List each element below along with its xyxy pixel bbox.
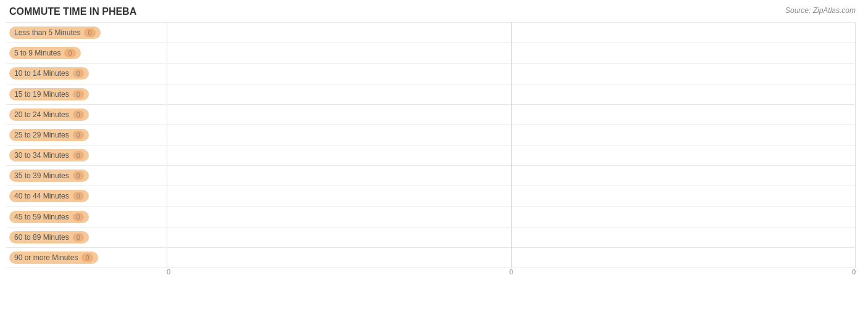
- bar-label: 90 or more Minutes 0: [9, 251, 98, 264]
- bar-label: 25 to 29 Minutes 0: [9, 129, 89, 141]
- table-row: 40 to 44 Minutes 0: [6, 186, 856, 206]
- bar-label: 30 to 34 Minutes 0: [9, 149, 89, 162]
- table-row: 25 to 29 Minutes 0: [6, 125, 856, 145]
- bar-label-area: 10 to 14 Minutes 0: [6, 67, 167, 80]
- bar-value-badge: 0: [73, 192, 84, 200]
- bar-value-badge: 0: [73, 213, 84, 221]
- bar-label-area: 20 to 24 Minutes 0: [6, 108, 167, 121]
- label-text: 25 to 29 Minutes: [14, 131, 69, 139]
- table-row: 15 to 19 Minutes 0: [6, 84, 856, 105]
- bar-chart-area: [167, 28, 856, 38]
- bar-label: Less than 5 Minutes 0: [9, 27, 101, 39]
- bar-label: 40 to 44 Minutes 0: [9, 190, 89, 202]
- bar-label: 45 to 59 Minutes 0: [9, 211, 89, 223]
- rows-container: Less than 5 Minutes 0 5 to 9 Minutes 0 1: [6, 22, 856, 268]
- label-text: 45 to 59 Minutes: [14, 213, 69, 221]
- chart-area: Less than 5 Minutes 0 5 to 9 Minutes 0 1: [6, 22, 856, 284]
- table-row: Less than 5 Minutes 0: [6, 22, 856, 43]
- bar-value-badge: 0: [81, 253, 93, 262]
- label-text: 20 to 24 Minutes: [14, 110, 69, 119]
- label-text: 5 to 9 Minutes: [14, 49, 61, 57]
- label-text: 15 to 19 Minutes: [14, 90, 69, 99]
- bar-chart-area: [167, 212, 856, 222]
- bar-chart-area: [167, 48, 856, 58]
- bar-label: 20 to 24 Minutes 0: [9, 108, 89, 121]
- label-text: 35 to 39 Minutes: [14, 171, 69, 180]
- chart-title: COMMUTE TIME IN PHEBA: [6, 6, 856, 17]
- bar-chart-area: [167, 171, 856, 181]
- x-axis: 000: [167, 268, 856, 284]
- bar-value-badge: 0: [73, 151, 84, 160]
- bar-label-area: 90 or more Minutes 0: [6, 251, 167, 264]
- bar-chart-area: [167, 130, 856, 140]
- bar-label-area: 25 to 29 Minutes 0: [6, 129, 167, 141]
- label-text: 10 to 14 Minutes: [14, 69, 69, 78]
- bar-label: 15 to 19 Minutes 0: [9, 88, 89, 100]
- bar-label-area: 45 to 59 Minutes 0: [6, 211, 167, 223]
- bar-value-badge: 0: [73, 233, 84, 242]
- source-label: Source: ZipAtlas.com: [785, 6, 856, 15]
- bar-chart-area: [167, 150, 856, 160]
- table-row: 60 to 89 Minutes 0: [6, 227, 856, 248]
- bar-value-badge: 0: [64, 49, 75, 57]
- chart-container: COMMUTE TIME IN PHEBA Source: ZipAtlas.c…: [0, 0, 868, 323]
- bar-chart-area: [167, 191, 856, 201]
- bar-chart-area: [167, 232, 856, 242]
- bar-chart-area: [167, 110, 856, 120]
- bar-label: 10 to 14 Minutes 0: [9, 67, 89, 80]
- table-row: 10 to 14 Minutes 0: [6, 63, 856, 84]
- table-row: 35 to 39 Minutes 0: [6, 166, 856, 186]
- table-row: 5 to 9 Minutes 0: [6, 43, 856, 63]
- bar-label: 35 to 39 Minutes 0: [9, 170, 89, 182]
- bar-label-area: Less than 5 Minutes 0: [6, 27, 167, 39]
- bar-chart-area: [167, 253, 856, 263]
- label-text: 30 to 34 Minutes: [14, 151, 69, 160]
- bar-label-area: 30 to 34 Minutes 0: [6, 149, 167, 162]
- bar-label-area: 15 to 19 Minutes 0: [6, 88, 167, 100]
- bar-value-badge: 0: [73, 69, 84, 78]
- label-text: 40 to 44 Minutes: [14, 192, 69, 200]
- bar-label-area: 60 to 89 Minutes 0: [6, 231, 167, 243]
- table-row: 45 to 59 Minutes 0: [6, 207, 856, 227]
- bar-value-badge: 0: [73, 110, 84, 119]
- bar-label: 5 to 9 Minutes 0: [9, 47, 81, 59]
- table-row: 20 to 24 Minutes 0: [6, 105, 856, 125]
- bar-label-area: 40 to 44 Minutes 0: [6, 190, 167, 202]
- bar-value-badge: 0: [84, 28, 95, 37]
- bar-value-badge: 0: [73, 171, 84, 180]
- bar-label-area: 35 to 39 Minutes 0: [6, 170, 167, 182]
- bar-label-area: 5 to 9 Minutes 0: [6, 47, 167, 59]
- label-text: 60 to 89 Minutes: [14, 233, 69, 242]
- table-row: 90 or more Minutes 0: [6, 248, 856, 268]
- bar-label: 60 to 89 Minutes 0: [9, 231, 89, 243]
- bar-chart-area: [167, 68, 856, 78]
- x-axis-label: 0: [167, 268, 170, 276]
- bar-value-badge: 0: [73, 131, 84, 139]
- table-row: 30 to 34 Minutes 0: [6, 145, 856, 166]
- bar-value-badge: 0: [73, 90, 84, 99]
- x-axis-label: 0: [852, 268, 856, 276]
- label-text: Less than 5 Minutes: [14, 28, 80, 37]
- x-axis-label: 0: [509, 268, 513, 276]
- label-text: 90 or more Minutes: [14, 253, 78, 262]
- bar-chart-area: [167, 89, 856, 99]
